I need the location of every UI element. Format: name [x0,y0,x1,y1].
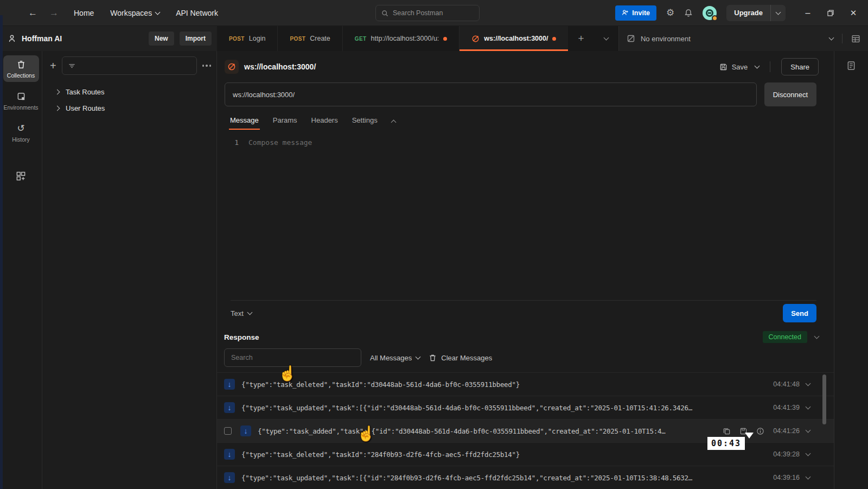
grid-plus-icon [16,171,26,181]
no-environment-icon [627,34,635,43]
tab-post-create[interactable]: POST Create [278,26,342,51]
response-title: Response [224,333,763,341]
expand-message-chevron[interactable] [806,428,811,433]
tab-post-login[interactable]: POST Login [217,26,278,51]
add-collection-button[interactable]: + [50,60,56,72]
sidebar-item-more-tools[interactable] [3,167,39,185]
hamburger-menu-icon[interactable] [7,9,16,17]
message-row[interactable]: ↓ {"type":"task_updated","task":[{"id":"… [217,396,834,419]
filter-collections-input[interactable] [62,56,197,75]
message-row[interactable]: ↓ {"type":"task_deleted","taskId":"d3044… [217,372,834,396]
upgrade-label[interactable]: Upgrade [726,5,770,21]
sidebar-item-environments[interactable]: Environments [3,87,39,114]
share-button[interactable]: Share [781,58,819,75]
divider [770,61,770,72]
request-title: ws://localhost:3000/ [244,62,714,71]
environment-quick-look-icon[interactable] [851,34,860,43]
window-maximize-button[interactable] [821,5,840,21]
chevron-down-icon [416,354,421,360]
method-label: GET [355,36,367,42]
back-icon[interactable]: ← [28,8,37,18]
notifications-bell-icon[interactable] [684,9,693,17]
message-filter-select[interactable]: All Messages [370,354,420,362]
workspace-and-tabs-row: Hoffman AI New Import POST Login POST Cr… [0,26,868,51]
message-type-select[interactable]: Text [231,309,252,317]
method-label: POST [229,36,245,42]
window-edge-accent [0,15,3,489]
import-button[interactable]: Import [180,31,212,46]
avatar-status-badge [712,15,718,21]
response-collapse-chevron[interactable] [814,334,820,339]
recording-timer-tail [745,433,754,448]
incoming-message-icon: ↓ [224,472,235,483]
sidebar-item-history[interactable]: ↺ History [3,119,39,146]
tab-ws-localhost-active[interactable]: ws://localhost:3000/ [459,26,568,51]
environment-label[interactable]: No environment [641,35,691,43]
new-button[interactable]: New [149,31,174,46]
new-tab-button[interactable]: + [578,33,584,45]
window-minimize-button[interactable]: – [799,5,817,21]
divider [842,34,843,43]
chevron-down-icon [155,9,161,15]
expand-message-chevron[interactable] [806,451,811,456]
expand-message-chevron[interactable] [806,404,811,410]
message-checkbox[interactable] [224,427,232,435]
connection-status-badge: Connected [763,331,807,343]
websocket-url-input[interactable] [225,82,757,106]
request-panel: ws://localhost:3000/ Save Share Disconne… [217,51,834,489]
tab-message[interactable]: Message [225,113,264,130]
workspace-header: Hoffman AI New Import [0,26,217,51]
expand-message-chevron[interactable] [806,381,811,386]
disconnect-button[interactable]: Disconnect [764,82,816,106]
environment-chevron-icon[interactable] [829,35,834,41]
sidebar-item-collections[interactable]: Collections [3,55,39,82]
search-placeholder: Search Postman [393,9,443,17]
right-context-rail [834,51,868,489]
tab-get-localhost[interactable]: GET http://localhost:3000/u: [343,26,460,51]
chevron-right-icon [55,89,60,94]
nav-home[interactable]: Home [74,9,94,17]
environment-selector: No environment [618,26,868,51]
message-editor[interactable]: 1 Compose message [217,130,834,300]
message-timestamp: 04:39:28 [773,450,800,458]
collapse-section-chevron[interactable] [392,117,395,126]
save-dropdown-chevron[interactable] [755,66,759,68]
request-tab-strip: POST Login POST Create GET http://localh… [217,26,868,51]
response-search-input[interactable] [224,348,361,367]
nav-api-network[interactable]: API Network [176,9,218,17]
message-timestamp: 04:41:48 [773,380,800,388]
message-text: {"type":"task_deleted","taskId":"284f0b9… [241,450,767,459]
workspace-person-icon [8,34,16,43]
documentation-icon[interactable] [846,61,856,71]
more-actions-icon[interactable] [202,65,212,67]
forward-icon[interactable]: → [49,8,59,18]
tab-settings[interactable]: Settings [347,113,383,130]
clear-messages-button[interactable]: Clear Messages [429,354,492,362]
send-button[interactable]: Send [783,304,816,322]
message-timestamp: 04:41:26 [773,427,800,435]
tab-list-chevron-icon[interactable] [603,35,609,41]
invite-person-icon [622,9,629,16]
tab-params[interactable]: Params [267,113,303,130]
expand-message-chevron[interactable] [806,474,811,480]
collections-sidebar: + Task Routes User Routes [42,51,217,489]
avatar[interactable] [703,6,717,20]
collection-task-routes[interactable]: Task Routes [50,84,211,100]
message-row[interactable]: ↓ {"type":"task_updated","task":[{"id":"… [217,466,834,489]
save-button[interactable]: Save [719,63,748,71]
scrollbar-thumb[interactable] [822,374,826,424]
invite-button[interactable]: Invite [615,5,656,21]
upgrade-dropdown[interactable] [770,5,786,21]
copy-icon[interactable] [723,427,731,435]
incoming-message-icon: ↓ [240,426,251,436]
workspace-name[interactable]: Hoffman AI [22,34,143,43]
nav-workspaces[interactable]: Workspaces [110,9,159,17]
collection-user-routes[interactable]: User Routes [50,100,211,116]
settings-gear-icon[interactable]: ⚙ [666,7,674,18]
info-icon[interactable] [756,427,764,435]
window-close-button[interactable]: ✕ [844,5,863,21]
search-postman-input[interactable]: Search Postman [375,5,480,21]
save-floppy-icon [719,63,727,71]
tab-headers[interactable]: Headers [306,113,343,130]
compose-message-placeholder: Compose message [248,138,312,300]
